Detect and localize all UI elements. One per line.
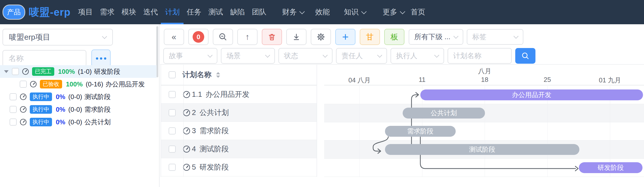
- product-badge: 产品: [3, 5, 25, 20]
- column-header-plan-name[interactable]: 计划名称: [182, 70, 220, 80]
- nav-item-module[interactable]: 模块: [121, 0, 136, 24]
- settings-button[interactable]: [311, 29, 331, 45]
- progress-percent: 100%: [58, 68, 75, 76]
- plan-cell: 1.1 办公用品开发: [183, 89, 249, 100]
- zoom-out-button[interactable]: [213, 29, 233, 45]
- plan-name-input[interactable]: [448, 48, 512, 64]
- delete-button[interactable]: [262, 29, 282, 45]
- add-plan-button[interactable]: +: [335, 29, 355, 45]
- gantt-view-button[interactable]: 甘: [360, 29, 380, 45]
- nav-item-home[interactable]: 首页: [410, 0, 425, 24]
- tree-checkbox[interactable]: [20, 81, 27, 88]
- tree-item-xuqiujieduan[interactable]: 执行中 0% (0-0) 需求阶段: [0, 103, 157, 116]
- row-checkbox[interactable]: [169, 146, 176, 153]
- count-badge-button[interactable]: 0: [188, 29, 209, 45]
- search-icon: [521, 52, 530, 60]
- owner-filter-select[interactable]: 责任人: [336, 48, 387, 64]
- plan-name: 研发阶段: [94, 67, 120, 76]
- chevron-down-icon: [323, 53, 328, 58]
- nav-item-test[interactable]: 测试: [208, 0, 223, 24]
- table-row[interactable]: 2 公共计划: [161, 104, 317, 122]
- progress-percent: 0%: [56, 118, 65, 126]
- nav-item-finance[interactable]: 财务: [282, 0, 304, 24]
- row-checkbox[interactable]: [169, 109, 176, 116]
- timer-icon: [183, 127, 190, 135]
- gantt-bar-gonggongjihua[interactable]: 公共计划: [403, 108, 485, 119]
- row-checkbox[interactable]: [169, 164, 176, 171]
- board-view-button[interactable]: 板: [384, 29, 404, 45]
- nav-item-defect[interactable]: 缺陷: [230, 0, 245, 24]
- tree-checkbox[interactable]: [10, 93, 17, 100]
- gantt-bar-ceshijieduan[interactable]: 测试阶段: [385, 144, 579, 155]
- plan-cell: 5 研发阶段: [183, 162, 229, 172]
- move-up-button[interactable]: ↑: [237, 29, 257, 45]
- sort-icon[interactable]: [216, 72, 220, 78]
- sidebar-scrollbar[interactable]: [156, 26, 158, 77]
- table-row[interactable]: 3 需求阶段: [161, 122, 317, 140]
- project-select-value: 唛盟erp项目: [9, 32, 50, 42]
- scene-filter-select[interactable]: 场景: [221, 48, 275, 64]
- executor-filter-select[interactable]: 执行人: [391, 48, 444, 64]
- app-root: 产品 唛盟-erp 项目 需求 模块 迭代 计划 任务 测试 缺陷 团队 财务 …: [0, 0, 644, 187]
- gantt-bar-xuqiujieduan[interactable]: 需求阶段: [385, 126, 456, 137]
- plan-number: 5: [192, 163, 196, 171]
- collapse-panel-button[interactable]: «: [164, 29, 184, 45]
- gantt-bar-yanfajieduan[interactable]: 研发阶段: [579, 162, 642, 173]
- row-checkbox[interactable]: [169, 91, 176, 98]
- tree-checkbox[interactable]: [12, 68, 19, 75]
- plan-range: (0-16): [86, 80, 103, 88]
- tree-checkbox[interactable]: [10, 119, 17, 126]
- nav-item-team[interactable]: 团队: [252, 0, 266, 24]
- nav-item-more[interactable]: 更多: [382, 0, 404, 24]
- scope-select[interactable]: 所有下级 ...: [409, 29, 463, 45]
- search-button[interactable]: [515, 48, 535, 64]
- tag-select[interactable]: 标签: [467, 29, 523, 45]
- plus-icon: +: [342, 31, 349, 43]
- story-filter-select[interactable]: 故事: [163, 48, 217, 64]
- more-actions-button[interactable]: [91, 50, 111, 67]
- tree-item-gonggongjihua[interactable]: 执行中 0% (0-0) 公共计划: [0, 116, 157, 128]
- name-search-input[interactable]: [3, 50, 86, 67]
- table-row[interactable]: 1.1 办公用品开发: [161, 85, 317, 104]
- plan-name: 公共计划: [84, 118, 111, 127]
- nav-item-requirement[interactable]: 需求: [100, 0, 114, 24]
- arrow-up-icon: ↑: [245, 32, 250, 42]
- plan-number: 4: [192, 145, 196, 153]
- tree-item-yanfajieduan[interactable]: 已完工 100% (1-0) 研发阶段: [0, 65, 157, 78]
- table-row[interactable]: 5 研发阶段: [161, 158, 317, 176]
- status-filter-select[interactable]: 状态: [278, 48, 332, 64]
- nav-item-knowledge[interactable]: 知识: [344, 0, 366, 24]
- chevron-down-icon: [377, 53, 382, 58]
- gantt-bar-bangongyongpin[interactable]: 办公用品开发: [420, 89, 643, 100]
- plan-name: 公共计划: [199, 108, 229, 118]
- download-icon: [292, 33, 300, 41]
- tree-expand-caret-icon[interactable]: [4, 70, 9, 73]
- zoom-out-icon: [219, 33, 227, 41]
- nav-item-project[interactable]: 项目: [78, 0, 93, 24]
- project-select[interactable]: 唛盟erp项目: [3, 29, 113, 45]
- count-badge: 0: [193, 31, 204, 43]
- status-badge: 执行中: [30, 118, 52, 126]
- timer-icon: [20, 106, 27, 113]
- nav-item-iteration[interactable]: 迭代: [143, 0, 158, 24]
- plan-name: 办公用品开发: [205, 89, 249, 100]
- export-button[interactable]: [286, 29, 306, 45]
- column-divider: [183, 65, 184, 177]
- chevron-down-icon: [102, 34, 107, 39]
- select-all-checkbox[interactable]: [169, 71, 176, 78]
- timer-icon: [183, 91, 190, 98]
- app-title: 唛盟-erp: [29, 5, 70, 19]
- tree-item-bangongyongpin[interactable]: 已验收 100% (0-16) 办公用品开发: [0, 78, 157, 90]
- plan-name: 测试阶段: [84, 92, 111, 101]
- tree-checkbox[interactable]: [10, 106, 17, 113]
- plan-number: 3: [192, 127, 196, 135]
- ellipsis-icon: [96, 57, 98, 60]
- nav-item-plan-active[interactable]: 计划: [165, 0, 179, 24]
- tree-item-ceshijieduan[interactable]: 执行中 0% (0-0) 测试阶段: [0, 90, 157, 103]
- plan-table: 计划名称 1.1 办公用品开发 2: [161, 65, 317, 177]
- row-checkbox[interactable]: [169, 127, 176, 134]
- table-row[interactable]: 4 测试阶段: [161, 140, 317, 158]
- nav-item-efficiency[interactable]: 效能: [315, 0, 330, 24]
- nav-item-task[interactable]: 任务: [187, 0, 201, 24]
- plan-name: 办公用品开发: [106, 80, 145, 89]
